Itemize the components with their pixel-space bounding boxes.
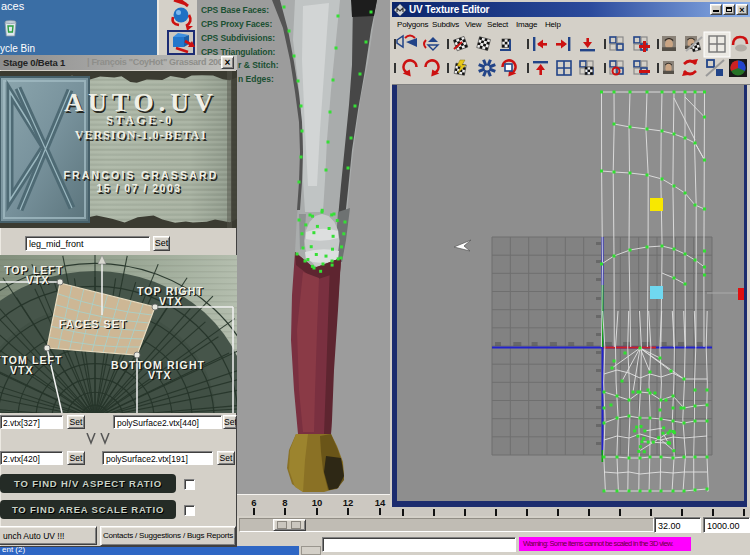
svg-text:VERSION-1.0-BETA1: VERSION-1.0-BETA1	[75, 128, 207, 142]
svg-text:12: 12	[343, 497, 354, 508]
svg-text:VTX: VTX	[159, 295, 183, 307]
svg-text:VTX: VTX	[148, 369, 172, 381]
svg-text:8: 8	[282, 497, 287, 508]
svg-text:FRANCOIS GRASSARD: FRANCOIS GRASSARD	[63, 169, 218, 181]
svg-text:10: 10	[312, 497, 323, 508]
svg-text:STAGE-0: STAGE-0	[106, 113, 173, 127]
svg-text:15 / 07 / 2003: 15 / 07 / 2003	[96, 182, 181, 194]
svg-text:FACES SET: FACES SET	[59, 318, 127, 330]
svg-text:VTX: VTX	[26, 274, 50, 286]
svg-text:14: 14	[375, 497, 386, 508]
svg-text:VTX: VTX	[10, 364, 34, 376]
svg-text:6: 6	[251, 497, 256, 508]
